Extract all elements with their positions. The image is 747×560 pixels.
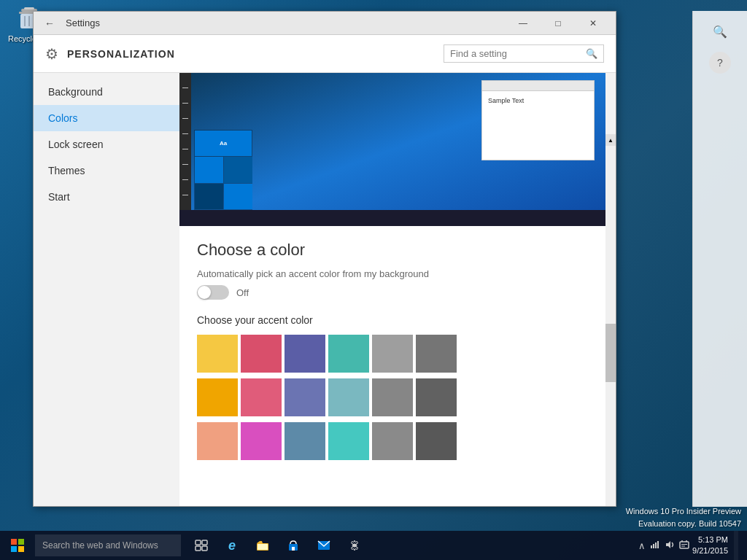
taskbar: Search the web and Windows e: [0, 531, 747, 560]
preview-window-content: Sample Text: [482, 91, 594, 110]
taskbar-app-icons: e: [187, 531, 369, 560]
color-swatch-teal[interactable]: [328, 335, 369, 373]
preview-tile-small: [224, 184, 252, 209]
section-title: PERSONALIZATION: [67, 48, 175, 60]
color-swatch-warm-gray[interactable]: [372, 422, 413, 460]
ruler-tick: [182, 133, 188, 134]
notification-icon[interactable]: [679, 540, 689, 552]
ruler-tick: [182, 164, 188, 165]
svg-rect-16: [258, 544, 268, 550]
ruler-tick: [182, 149, 188, 149]
back-button[interactable]: ←: [39, 13, 60, 34]
color-swatch-blue-purple[interactable]: [285, 335, 325, 373]
color-swatch-light-gray[interactable]: [372, 335, 413, 373]
sidebar-item-themes[interactable]: Themes: [34, 158, 179, 184]
maximize-button[interactable]: □: [541, 12, 575, 35]
settings-body: Background Colors Lock screen Themes Sta…: [34, 73, 616, 506]
ruler-tick: [182, 195, 188, 195]
taskbar-right: ∧: [638, 531, 744, 560]
content-area: Choose a color Automatically pick an acc…: [179, 226, 605, 481]
ruler-tick: [182, 179, 188, 180]
toggle-state-label: Off: [236, 287, 249, 298]
svg-rect-25: [680, 542, 689, 548]
svg-rect-10: [18, 546, 24, 552]
taskbar-system-tray: ∧: [638, 540, 689, 552]
svg-rect-11: [196, 540, 201, 545]
color-swatch-cyan[interactable]: [328, 422, 369, 460]
preview-tile-row: Aa: [195, 131, 252, 156]
color-swatch-magenta[interactable]: [241, 422, 282, 460]
color-swatch-steel-blue[interactable]: [285, 422, 325, 460]
taskbar-date-display: 9/21/2015: [692, 545, 728, 556]
sidebar-item-background[interactable]: Background: [34, 79, 179, 105]
color-swatch-medium-gray[interactable]: [372, 378, 413, 416]
scrollbar-thumb[interactable]: [605, 324, 616, 382]
preview-area: Aa: [179, 73, 605, 226]
search-box[interactable]: 🔍: [444, 44, 604, 63]
svg-rect-1: [24, 7, 34, 9]
store-button[interactable]: [279, 531, 308, 560]
start-button[interactable]: [3, 531, 32, 560]
minimize-button[interactable]: —: [506, 12, 540, 35]
chevron-up-icon[interactable]: ∧: [638, 540, 646, 551]
svg-rect-12: [202, 540, 207, 545]
color-swatch-periwinkle[interactable]: [285, 378, 325, 416]
preview-tile-small: [224, 157, 252, 182]
mail-button[interactable]: [309, 531, 338, 560]
ruler-tick: [182, 118, 188, 119]
preview-desktop: Aa: [179, 73, 605, 226]
auto-accent-toggle[interactable]: [197, 285, 229, 300]
settings-header: ⚙ PERSONALIZATION 🔍: [34, 35, 616, 73]
preview-tile-aa: Aa: [195, 131, 252, 156]
preview-window-titlebar: [482, 81, 594, 91]
color-grid-row1: [197, 335, 588, 373]
color-grid-row2: [197, 378, 588, 416]
svg-rect-26: [681, 544, 687, 545]
color-swatch-charcoal[interactable]: [416, 422, 457, 460]
toggle-description: Automatically pick an accent color from …: [197, 268, 588, 279]
window-title: Settings: [66, 18, 506, 28]
svg-rect-24: [657, 541, 659, 548]
ruler-tick: [182, 103, 188, 104]
scrollbar[interactable]: ▲ ▼: [605, 134, 616, 506]
svg-rect-18: [292, 547, 295, 551]
svg-rect-13: [196, 546, 201, 551]
sample-text: Sample Text: [488, 97, 524, 104]
close-button[interactable]: ✕: [576, 12, 610, 35]
taskbar-settings-button[interactable]: [340, 531, 369, 560]
taskbar-search-box[interactable]: Search the web and Windows: [35, 534, 181, 556]
task-view-button[interactable]: [187, 531, 216, 560]
color-swatch-dark-gray[interactable]: [416, 378, 457, 416]
taskbar-clock[interactable]: 5:13 PM 9/21/2015: [692, 534, 728, 557]
accent-color-title: Choose your accent color: [197, 314, 588, 326]
color-swatch-peach[interactable]: [197, 422, 238, 460]
color-swatch-yellow[interactable]: [197, 335, 238, 373]
volume-icon[interactable]: [665, 540, 675, 552]
color-swatch-rose[interactable]: [241, 378, 282, 416]
color-swatch-orange[interactable]: [197, 378, 238, 416]
system-info-line1: Windows 10 Pro Insider Preview: [626, 505, 741, 518]
toggle-knob: [198, 286, 211, 299]
color-swatch-slate[interactable]: [328, 378, 369, 416]
scrollbar-up-button[interactable]: ▲: [605, 134, 616, 146]
sidebar-item-start[interactable]: Start: [34, 184, 179, 210]
right-panel-help-button[interactable]: ?: [709, 52, 731, 74]
color-swatch-gray[interactable]: [416, 335, 457, 373]
color-swatch-pink[interactable]: [241, 335, 282, 373]
edge-button[interactable]: e: [217, 531, 247, 560]
sidebar-item-colors[interactable]: Colors: [34, 105, 179, 131]
right-panel-search-button[interactable]: 🔍: [705, 17, 735, 46]
show-desktop-button[interactable]: [734, 531, 738, 560]
main-content: Aa: [179, 73, 605, 506]
preview-tile-row: [195, 157, 252, 182]
explorer-button[interactable]: [248, 531, 277, 560]
right-panel: 🔍 ?: [692, 11, 747, 507]
search-input[interactable]: [450, 48, 586, 59]
search-icon: 🔍: [586, 48, 597, 59]
title-bar: ← Settings — □ ✕: [34, 12, 616, 35]
gear-icon: ⚙: [45, 45, 58, 63]
network-icon[interactable]: [650, 540, 660, 552]
preview-tile-small: [195, 184, 223, 209]
sidebar-item-lockscreen[interactable]: Lock screen: [34, 131, 179, 158]
svg-rect-27: [681, 545, 685, 546]
